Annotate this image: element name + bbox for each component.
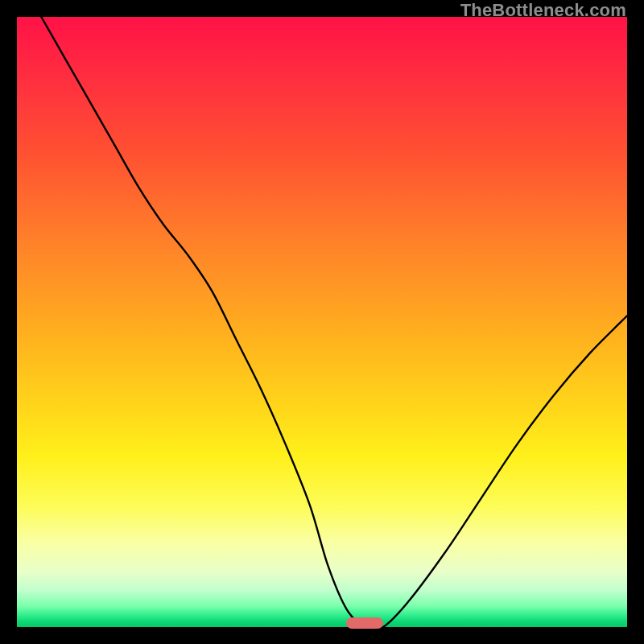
optimal-range-marker xyxy=(346,617,382,629)
plot-area xyxy=(17,17,627,627)
chart-frame: TheBottleneck.com xyxy=(0,0,644,644)
bottleneck-curve xyxy=(17,17,627,627)
